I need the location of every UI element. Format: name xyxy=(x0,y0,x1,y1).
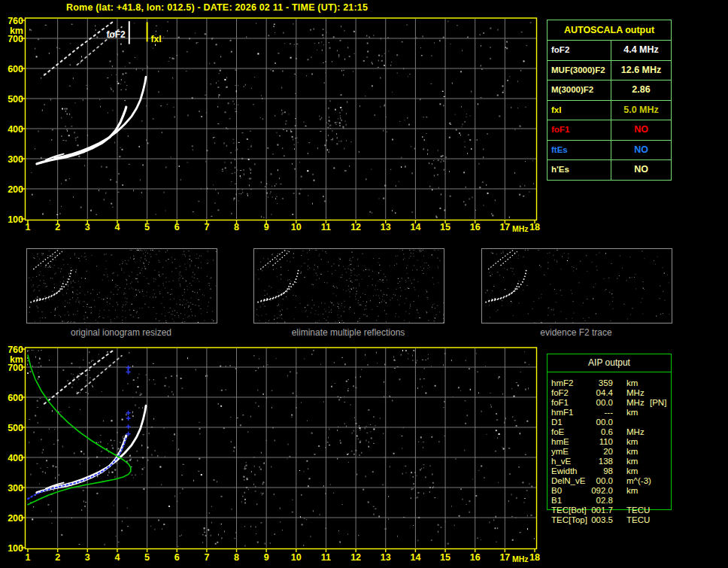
autoscala-screen: Rome (lat: +41.8, lon: 012.5) - DATE: 20… xyxy=(0,0,728,568)
svg-text:8: 8 xyxy=(234,552,239,563)
y-axis-unit: km xyxy=(10,354,23,365)
thumb-trace xyxy=(46,251,62,266)
aip-unit: km xyxy=(626,466,638,476)
aip-row-yme: ymE20km xyxy=(548,447,671,457)
svg-text:16: 16 xyxy=(470,552,481,563)
plot-border xyxy=(26,18,537,220)
svg-text:15: 15 xyxy=(440,552,450,563)
autoscala-row-fxi: fxI5.0 MHz xyxy=(548,100,671,120)
plot-border xyxy=(26,348,537,549)
svg-text:3: 3 xyxy=(85,222,90,232)
thumbnail-evidence-f2-image xyxy=(481,248,672,323)
aip-value: 0.6 xyxy=(570,427,613,437)
echo-noise xyxy=(29,250,217,323)
aip-value: 138 xyxy=(570,457,613,466)
x-axis-unit: MHz xyxy=(512,224,529,233)
svg-text:11: 11 xyxy=(321,552,331,563)
annotation-label-fof2: foF2 xyxy=(106,29,126,40)
aip-value: 003.5 xyxy=(570,515,613,525)
trace-second-hop-trace-1 xyxy=(44,350,114,404)
svg-text:200: 200 xyxy=(8,184,23,195)
ionogram-plot-bottom: 760700600500400300200100km12345678910111… xyxy=(0,345,545,568)
parameter-value: 5.0 MHz xyxy=(611,101,671,120)
svg-text:18: 18 xyxy=(529,552,540,563)
svg-text:4: 4 xyxy=(114,552,120,563)
aip-unit: TECU xyxy=(626,506,650,515)
thumb-trace xyxy=(485,281,519,302)
svg-text:200: 200 xyxy=(8,513,23,524)
svg-text:3: 3 xyxy=(85,552,90,563)
svg-text:100: 100 xyxy=(8,214,23,225)
svg-text:500: 500 xyxy=(8,423,23,433)
svg-text:2: 2 xyxy=(55,552,60,563)
autoscala-table-header: AUTOSCALA output xyxy=(548,20,671,40)
svg-text:600: 600 xyxy=(8,393,23,403)
aip-unit: km xyxy=(626,378,638,388)
svg-text:12: 12 xyxy=(350,222,361,232)
aip-unit: km xyxy=(626,457,638,466)
thumb-trace xyxy=(273,251,290,266)
parameter-value: NO xyxy=(611,120,671,140)
thumbnail-caption-eliminate: eliminate multiple reflections xyxy=(253,327,443,338)
aip-value: 00.0 xyxy=(570,476,613,486)
svg-text:300: 300 xyxy=(8,483,23,494)
aip-row-hme: hmE110km xyxy=(548,437,671,447)
aip-unit: MHz xyxy=(626,398,645,408)
aip-row-hmf2: hmF2359km xyxy=(548,378,671,388)
aip-output-table: AIP output hmF2359kmfoF204.4MHzfoF100.0M… xyxy=(547,354,672,510)
parameter-label: M(3000)F2 xyxy=(548,80,611,100)
thumb-trace xyxy=(257,281,291,302)
trace-second-hop-trace-1 xyxy=(44,21,114,75)
svg-text:760: 760 xyxy=(8,345,23,355)
aip-unit: km xyxy=(626,408,638,418)
svg-text:600: 600 xyxy=(8,64,23,74)
trace-fitted-trace-asymptote-markers xyxy=(126,366,131,436)
axis-ticks xyxy=(21,20,535,223)
x-axis-unit: MHz xyxy=(512,554,529,563)
autoscala-output-table: AUTOSCALA output foF24.4 MHzMUF(3000)F21… xyxy=(547,20,672,181)
thumb-trace xyxy=(30,281,64,302)
aip-label: hmE xyxy=(551,437,569,447)
svg-text:300: 300 xyxy=(8,154,23,165)
autoscala-row-hes: h'EsNO xyxy=(548,159,671,180)
parameter-value: 12.6 MHz xyxy=(611,61,671,80)
svg-text:6: 6 xyxy=(174,552,180,563)
svg-text:18: 18 xyxy=(529,222,540,232)
svg-text:500: 500 xyxy=(8,94,23,105)
aip-value: 110 xyxy=(570,437,613,447)
parameter-label: fxI xyxy=(548,101,611,120)
thumbnail-caption-evidence: evidence F2 trace xyxy=(481,327,671,338)
parameter-label: ftEs xyxy=(548,141,611,160)
aip-value: --- xyxy=(570,408,613,418)
aip-unit: MHz xyxy=(626,427,645,437)
parameter-value: 2.86 xyxy=(611,80,671,100)
svg-text:400: 400 xyxy=(8,124,23,135)
svg-text:9: 9 xyxy=(264,222,269,232)
svg-text:10: 10 xyxy=(291,552,302,563)
parameter-value: 4.4 MHz xyxy=(611,41,671,60)
thumbnail-evidence-f2: evidence F2 trace xyxy=(481,248,671,338)
svg-text:2: 2 xyxy=(55,222,60,232)
parameter-value: NO xyxy=(611,160,671,180)
aip-unit: TECU xyxy=(626,515,650,525)
thumbnail-original-ionogram: original ionogram resized xyxy=(26,248,216,338)
aip-row-d1: D100.0 xyxy=(548,418,671,427)
echo-noise xyxy=(485,250,669,323)
svg-text:5: 5 xyxy=(144,552,150,563)
aip-table-header: AIP output xyxy=(548,354,671,372)
parameter-label: foF2 xyxy=(548,41,611,60)
svg-text:5: 5 xyxy=(144,222,150,232)
svg-text:10: 10 xyxy=(291,222,302,232)
aip-unit: km xyxy=(626,447,638,457)
thumb-trace xyxy=(501,251,517,266)
aip-extra: [PN] xyxy=(650,398,666,408)
autoscala-row-fof1: foF1NO xyxy=(548,120,671,140)
axis-ticks xyxy=(21,349,535,552)
aip-value: 20 xyxy=(570,447,613,457)
svg-text:4: 4 xyxy=(114,222,120,232)
aip-row-b1: B102.8 xyxy=(548,496,671,506)
aip-label: foF1 xyxy=(551,398,569,408)
aip-label: foE xyxy=(551,427,564,437)
svg-text:14: 14 xyxy=(410,552,420,563)
svg-text:7: 7 xyxy=(204,552,209,563)
